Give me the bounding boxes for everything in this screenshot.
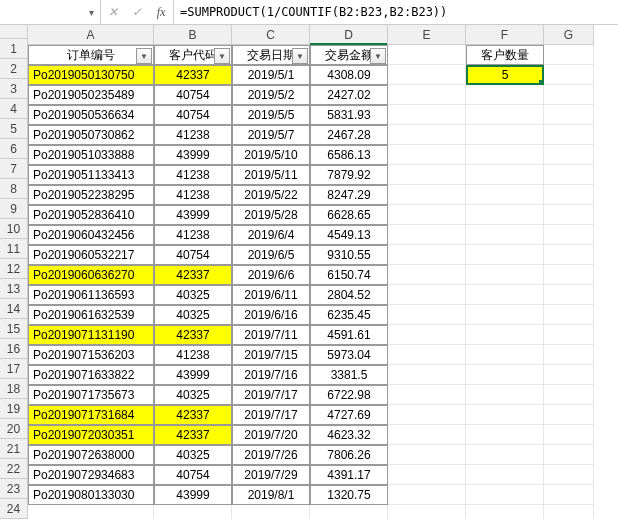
- table-header-cell[interactable]: 客户代码▼: [154, 45, 232, 65]
- row-header[interactable]: 9: [0, 199, 28, 219]
- data-cell[interactable]: 43999: [154, 485, 232, 505]
- data-cell[interactable]: Po2019050235489: [28, 85, 154, 105]
- data-cell[interactable]: 4623.32: [310, 425, 388, 445]
- data-cell[interactable]: 2804.52: [310, 285, 388, 305]
- row-header[interactable]: 15: [0, 319, 28, 339]
- data-cell[interactable]: 41238: [154, 165, 232, 185]
- data-cell[interactable]: Po2019061136593: [28, 285, 154, 305]
- data-cell[interactable]: 2019/6/4: [232, 225, 310, 245]
- empty-cell[interactable]: [544, 385, 594, 405]
- empty-cell[interactable]: [544, 265, 594, 285]
- empty-cell[interactable]: [544, 505, 594, 519]
- data-cell[interactable]: 41238: [154, 345, 232, 365]
- data-cell[interactable]: Po2019060636270: [28, 265, 154, 285]
- data-cell[interactable]: 8247.29: [310, 185, 388, 205]
- empty-cell[interactable]: [466, 125, 544, 145]
- data-cell[interactable]: 4591.61: [310, 325, 388, 345]
- table-header-cell[interactable]: 交易金额▼: [310, 45, 388, 65]
- empty-cell[interactable]: [544, 425, 594, 445]
- empty-cell[interactable]: [466, 365, 544, 385]
- column-header-C[interactable]: C: [232, 25, 310, 45]
- data-cell[interactable]: 2019/5/28: [232, 205, 310, 225]
- row-header[interactable]: 11: [0, 239, 28, 259]
- data-cell[interactable]: 40325: [154, 285, 232, 305]
- select-all-corner[interactable]: [0, 25, 28, 39]
- data-cell[interactable]: 2019/5/22: [232, 185, 310, 205]
- data-cell[interactable]: 2019/7/17: [232, 405, 310, 425]
- empty-cell[interactable]: [388, 445, 466, 465]
- column-header-D[interactable]: D: [310, 25, 388, 45]
- cancel-icon[interactable]: ✕: [101, 0, 125, 24]
- data-cell[interactable]: 2019/8/1: [232, 485, 310, 505]
- data-cell[interactable]: 9310.55: [310, 245, 388, 265]
- data-cell[interactable]: Po2019072030351: [28, 425, 154, 445]
- empty-cell[interactable]: [544, 445, 594, 465]
- row-header[interactable]: 24: [0, 499, 28, 519]
- data-cell[interactable]: 2019/6/5: [232, 245, 310, 265]
- data-cell[interactable]: 2019/6/11: [232, 285, 310, 305]
- data-cell[interactable]: 2019/7/11: [232, 325, 310, 345]
- empty-cell[interactable]: [388, 65, 466, 85]
- data-cell[interactable]: Po2019051133413: [28, 165, 154, 185]
- data-cell[interactable]: 2019/6/16: [232, 305, 310, 325]
- data-cell[interactable]: Po2019071735673: [28, 385, 154, 405]
- name-box[interactable]: ▾: [0, 0, 101, 24]
- data-cell[interactable]: 40754: [154, 245, 232, 265]
- name-box-dropdown-icon[interactable]: ▾: [89, 7, 94, 18]
- data-cell[interactable]: 5973.04: [310, 345, 388, 365]
- empty-cell[interactable]: [466, 225, 544, 245]
- empty-cell[interactable]: [466, 285, 544, 305]
- row-header[interactable]: 20: [0, 419, 28, 439]
- data-cell[interactable]: Po2019060532217: [28, 245, 154, 265]
- row-header[interactable]: 2: [0, 59, 28, 79]
- row-header[interactable]: 10: [0, 219, 28, 239]
- empty-cell[interactable]: [544, 285, 594, 305]
- row-header[interactable]: 18: [0, 379, 28, 399]
- empty-cell[interactable]: [466, 345, 544, 365]
- empty-cell[interactable]: [544, 185, 594, 205]
- empty-cell[interactable]: [466, 305, 544, 325]
- empty-cell[interactable]: [154, 505, 232, 519]
- data-cell[interactable]: 2019/7/17: [232, 385, 310, 405]
- empty-cell[interactable]: [388, 45, 466, 65]
- empty-cell[interactable]: [544, 305, 594, 325]
- data-cell[interactable]: 2019/6/6: [232, 265, 310, 285]
- column-header-G[interactable]: G: [544, 25, 594, 45]
- data-cell[interactable]: 2019/7/15: [232, 345, 310, 365]
- empty-cell[interactable]: [310, 505, 388, 519]
- empty-cell[interactable]: [388, 265, 466, 285]
- data-cell[interactable]: 2019/5/11: [232, 165, 310, 185]
- empty-cell[interactable]: [388, 105, 466, 125]
- empty-cell[interactable]: [544, 85, 594, 105]
- data-cell[interactable]: 2019/5/2: [232, 85, 310, 105]
- filter-dropdown-icon[interactable]: ▼: [214, 48, 230, 64]
- empty-cell[interactable]: [232, 505, 310, 519]
- empty-cell[interactable]: [544, 165, 594, 185]
- empty-cell[interactable]: [388, 505, 466, 519]
- row-header[interactable]: 6: [0, 139, 28, 159]
- empty-cell[interactable]: [466, 445, 544, 465]
- data-cell[interactable]: Po2019050130750: [28, 65, 154, 85]
- empty-cell[interactable]: [466, 385, 544, 405]
- data-cell[interactable]: Po2019071731684: [28, 405, 154, 425]
- column-header-B[interactable]: B: [154, 25, 232, 45]
- empty-cell[interactable]: [466, 485, 544, 505]
- data-cell[interactable]: 40325: [154, 385, 232, 405]
- data-cell[interactable]: Po2019071131190: [28, 325, 154, 345]
- empty-cell[interactable]: [544, 245, 594, 265]
- empty-cell[interactable]: [466, 85, 544, 105]
- row-header[interactable]: 8: [0, 179, 28, 199]
- empty-cell[interactable]: [466, 105, 544, 125]
- empty-cell[interactable]: [388, 345, 466, 365]
- row-header[interactable]: 7: [0, 159, 28, 179]
- empty-cell[interactable]: [466, 505, 544, 519]
- grid-body[interactable]: 订单编号▼客户代码▼交易日期▼交易金额▼客户数量Po20190501307504…: [28, 45, 594, 519]
- empty-cell[interactable]: [388, 245, 466, 265]
- empty-cell[interactable]: [544, 145, 594, 165]
- filter-dropdown-icon[interactable]: ▼: [292, 48, 308, 64]
- empty-cell[interactable]: [544, 125, 594, 145]
- empty-cell[interactable]: [544, 405, 594, 425]
- row-header[interactable]: 17: [0, 359, 28, 379]
- empty-cell[interactable]: [544, 205, 594, 225]
- data-cell[interactable]: 41238: [154, 185, 232, 205]
